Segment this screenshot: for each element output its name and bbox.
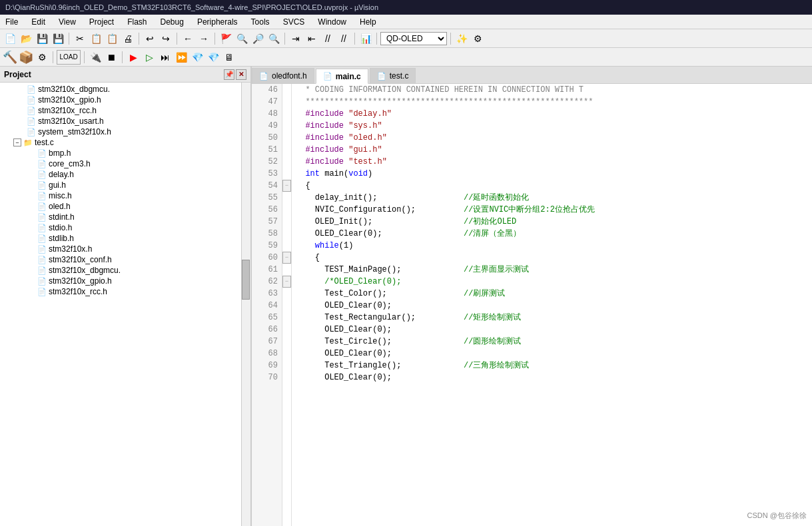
scrollbar-thumb[interactable] [242, 260, 250, 300]
open-btn[interactable]: 📂 [19, 31, 33, 46]
run-btn[interactable]: ▶ [126, 50, 141, 65]
bookmark-btn[interactable]: 🚩 [218, 31, 233, 46]
copy-btn[interactable]: 📋 [89, 31, 103, 46]
redo-btn[interactable]: ↪ [159, 31, 173, 46]
menu-peripherals[interactable]: Peripherals [195, 17, 240, 27]
find3-btn[interactable]: 🔍 [266, 31, 281, 46]
step-out-btn[interactable]: ⏩ [174, 50, 189, 65]
list-item[interactable]: 📄 bmp.h [0, 148, 241, 158]
code-line[interactable]: OLED_Clear(0); [292, 372, 812, 384]
unindent-btn[interactable]: ⇤ [304, 31, 319, 46]
green-btn[interactable]: 💎 [190, 50, 204, 65]
magic-btn[interactable]: ✨ [454, 31, 469, 46]
paste-btn[interactable]: 📋 [105, 31, 119, 46]
new-file-btn[interactable]: 📄 [3, 31, 17, 46]
code-line[interactable]: #include "gui.h" [292, 144, 812, 156]
code-line[interactable]: OLED_Clear(0); //清屏（全黑） [292, 228, 812, 240]
list-item[interactable]: 📄 stdlib.h [0, 233, 241, 244]
yellow-btn[interactable]: 💎 [206, 50, 220, 65]
template-btn[interactable]: 📊 [358, 31, 373, 46]
code-line[interactable]: delay_init(); //延时函数初始化 [292, 192, 812, 204]
list-item[interactable]: 📄 stm32f10x_gpio.h [0, 276, 241, 286]
step-btn[interactable]: ▷ [142, 50, 157, 65]
list-item[interactable]: 📄 stm32f10x_gpio.h [0, 95, 241, 105]
nav-fwd-btn[interactable]: → [197, 31, 211, 46]
save-all-btn[interactable]: 💾 [51, 31, 65, 46]
tab-oledfont[interactable]: 📄 oledfont.h [252, 68, 314, 83]
code-line[interactable]: #include "oled.h" [292, 132, 812, 144]
code-lines[interactable]: * CODING INFORMATION CONTAINED HEREIN IN… [292, 84, 812, 526]
tab-test[interactable]: 📄 test.c [370, 68, 416, 83]
undo-btn[interactable]: ↩ [143, 31, 157, 46]
rebuild-btn[interactable]: 📦 [19, 50, 33, 65]
collapse-icon[interactable]: − [13, 138, 21, 146]
list-item[interactable]: − 📁 test.c [0, 137, 241, 148]
list-item[interactable]: 📄 gui.h [0, 180, 241, 190]
translate-btn[interactable]: ⚙ [35, 50, 49, 65]
code-line[interactable]: NVIC_Configuration(); //设置NVIC中断分组2:2位抢占… [292, 204, 812, 216]
list-item[interactable]: 📄 stm32f10x_dbgmcu. [0, 265, 241, 276]
collapse-marker-62[interactable]: − [282, 276, 291, 288]
menu-file[interactable]: File [3, 17, 21, 27]
menu-window[interactable]: Window [315, 17, 349, 27]
code-line[interactable]: Test_Circle(); //圆形绘制测试 [292, 336, 812, 348]
collapse-marker-54[interactable]: − [282, 180, 291, 192]
code-line[interactable]: { [292, 180, 812, 192]
menu-tools[interactable]: Tools [248, 17, 272, 27]
menu-debug[interactable]: Debug [158, 17, 187, 27]
code-line[interactable]: Test_Triangle(); //三角形绘制测试 [292, 360, 812, 372]
code-line[interactable]: #include "test.h" [292, 156, 812, 168]
list-item[interactable]: 📄 stm32f10x_rcc.h [0, 286, 241, 297]
menu-project[interactable]: Project [87, 17, 117, 27]
code-line[interactable]: OLED_Clear(0); [292, 300, 812, 312]
list-item[interactable]: 📄 stm32f10x.h [0, 244, 241, 254]
target-combo[interactable]: QD-OLED [380, 32, 447, 45]
menu-flash[interactable]: Flash [125, 17, 149, 27]
nav-back-btn[interactable]: ← [181, 31, 195, 46]
step-over-btn[interactable]: ⏭ [158, 50, 173, 65]
menu-svcs[interactable]: SVCS [280, 17, 308, 27]
code-line[interactable]: while(1) [292, 240, 812, 252]
code-line[interactable]: { [292, 252, 812, 264]
stop-debug-btn[interactable]: ⏹ [104, 50, 119, 65]
comment-btn[interactable]: // [320, 31, 335, 46]
list-item[interactable]: 📄 stdio.h [0, 222, 241, 233]
list-item[interactable]: 📄 misc.h [0, 190, 241, 201]
list-item[interactable]: 📄 delay.h [0, 169, 241, 180]
code-line[interactable]: TEST_MainPage(); //主界面显示测试 [292, 264, 812, 276]
code-line[interactable]: #include "delay.h" [292, 108, 812, 120]
load-btn[interactable]: LOAD [57, 50, 81, 65]
code-line[interactable]: Test_Color(); //刷屏测试 [292, 288, 812, 300]
list-item[interactable]: 📄 stm32f10x_rcc.h [0, 105, 241, 116]
list-item[interactable]: 📄 stm32f10x_usart.h [0, 116, 241, 127]
list-item[interactable]: 📄 stm32f10x_dbgmcu. [0, 84, 241, 95]
code-line[interactable]: OLED_Clear(0); [292, 348, 812, 360]
find-btn[interactable]: 🔍 [234, 31, 249, 46]
cut-btn[interactable]: ✂ [73, 31, 87, 46]
build-btn[interactable]: 🔨 [3, 50, 17, 65]
code-line[interactable]: * CODING INFORMATION CONTAINED HEREIN IN… [292, 84, 812, 96]
menu-help[interactable]: Help [357, 17, 379, 27]
code-line[interactable]: ****************************************… [292, 96, 812, 108]
code-line[interactable]: OLED_Clear(0); [292, 324, 812, 336]
list-item[interactable]: 📄 oled.h [0, 201, 241, 212]
code-line[interactable]: /*OLED_Clear(0); [292, 276, 812, 288]
list-item[interactable]: 📄 core_cm3.h [0, 158, 241, 169]
settings-btn[interactable]: ⚙ [470, 31, 485, 46]
save-btn[interactable]: 💾 [35, 31, 49, 46]
menu-edit[interactable]: Edit [29, 17, 48, 27]
sidebar-scrollbar[interactable] [241, 83, 250, 526]
pin-button[interactable]: 📌 [224, 69, 234, 80]
find2-btn[interactable]: 🔎 [250, 31, 265, 46]
tab-main[interactable]: 📄 main.c [316, 69, 368, 84]
list-item[interactable]: 📄 system_stm32f10x.h [0, 127, 241, 137]
print-btn[interactable]: 🖨 [121, 31, 135, 46]
code-line[interactable]: #include "sys.h" [292, 120, 812, 132]
cpu-btn[interactable]: 🖥 [222, 50, 236, 65]
menu-view[interactable]: View [56, 17, 79, 27]
collapse-marker-60[interactable]: − [282, 252, 291, 264]
code-line[interactable]: OLED_Init(); //初始化OLED [292, 216, 812, 228]
code-line[interactable]: Test_Rectangular(); //矩形绘制测试 [292, 312, 812, 324]
indent-btn[interactable]: ⇥ [288, 31, 303, 46]
list-item[interactable]: 📄 stdint.h [0, 212, 241, 222]
